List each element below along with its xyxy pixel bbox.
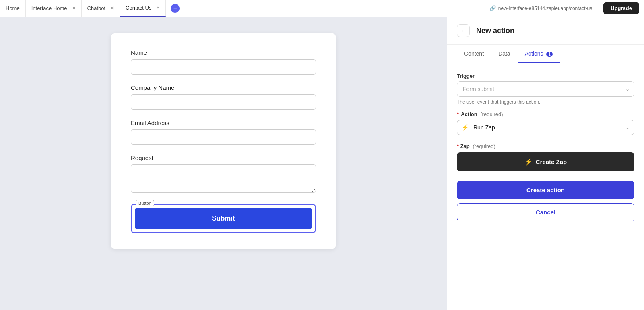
request-textarea[interactable] <box>131 164 316 193</box>
back-button[interactable]: ← <box>457 24 470 37</box>
tab-contact-us[interactable]: Contact Us ✕ <box>120 0 166 17</box>
trigger-label: Trigger <box>457 73 634 79</box>
actions-badge: 1 <box>546 52 553 57</box>
tab-chatbot[interactable]: Chatbot ✕ <box>82 0 120 17</box>
field-company: Company Name <box>131 84 316 110</box>
field-name: Name <box>131 49 316 75</box>
close-icon[interactable]: ✕ <box>156 5 160 10</box>
add-tab-button[interactable]: + <box>171 4 180 13</box>
tab-actions[interactable]: Actions 1 <box>518 45 560 63</box>
create-zap-label: Create Zap <box>536 158 567 165</box>
tab-contact-us-label: Contact Us <box>126 5 151 11</box>
topbar: Home Interface Home ✕ Chatbot ✕ Contact … <box>0 0 644 17</box>
right-panel: ← New action Content Data Actions 1 Trig… <box>447 17 644 310</box>
panel-body: Trigger Form submit ⌄ The user event tha… <box>447 63 644 310</box>
field-email-label: Email Address <box>131 119 316 126</box>
tab-chatbot-label: Chatbot <box>87 5 106 11</box>
form-preview: Name Company Name Email Address Request … <box>0 17 447 310</box>
button-section: Button Submit <box>131 204 316 233</box>
trigger-select[interactable]: Form submit <box>457 81 634 97</box>
close-icon[interactable]: ✕ <box>72 6 76 11</box>
action-select[interactable]: Run Zap <box>457 120 634 135</box>
company-input[interactable] <box>131 94 316 110</box>
url-bar: 🔗 new-interface-e85144.zapier.app/contac… <box>483 0 599 17</box>
name-input[interactable] <box>131 59 316 75</box>
cancel-button[interactable]: Cancel <box>457 203 634 221</box>
create-zap-button[interactable]: ⚡ Create Zap <box>457 152 634 171</box>
panel-tabs: Content Data Actions 1 <box>447 45 644 63</box>
upgrade-button[interactable]: Upgrade <box>603 2 639 14</box>
action-select-wrapper: ⚡ Run Zap ⌄ <box>457 120 634 135</box>
zap-section-label: * Zap (required) <box>457 143 634 149</box>
tab-home[interactable]: Home <box>0 0 26 17</box>
url-text: new-interface-e85144.zapier.app/contact-… <box>498 6 592 11</box>
create-action-button[interactable]: Create action <box>457 181 634 199</box>
field-name-label: Name <box>131 49 316 56</box>
tab-interface-home-label: Interface Home <box>31 5 67 11</box>
submit-button[interactable]: Submit <box>135 208 312 229</box>
form-card: Name Company Name Email Address Request … <box>111 33 336 249</box>
field-company-label: Company Name <box>131 84 316 91</box>
close-icon[interactable]: ✕ <box>110 6 114 11</box>
bolt-icon: ⚡ <box>524 158 533 166</box>
panel-title: New action <box>476 27 514 35</box>
trigger-sublabel: The user event that triggers this action… <box>457 99 634 105</box>
panel-header: ← New action <box>447 17 644 45</box>
button-tag: Button <box>136 200 154 206</box>
tab-data[interactable]: Data <box>491 45 518 63</box>
add-tab-area: + <box>166 0 184 17</box>
tab-home-label: Home <box>6 5 20 11</box>
tab-interface-home[interactable]: Interface Home ✕ <box>26 0 82 17</box>
trigger-select-wrapper: Form submit ⌄ <box>457 81 634 97</box>
action-label: * Action (required) <box>457 111 634 117</box>
field-request-label: Request <box>131 154 316 161</box>
bolt-icon: ⚡ <box>462 124 469 131</box>
link-icon: 🔗 <box>489 5 496 11</box>
email-input[interactable] <box>131 129 316 145</box>
field-email: Email Address <box>131 119 316 145</box>
main-area: Name Company Name Email Address Request … <box>0 17 644 310</box>
tab-content[interactable]: Content <box>457 45 491 63</box>
field-request: Request <box>131 154 316 194</box>
